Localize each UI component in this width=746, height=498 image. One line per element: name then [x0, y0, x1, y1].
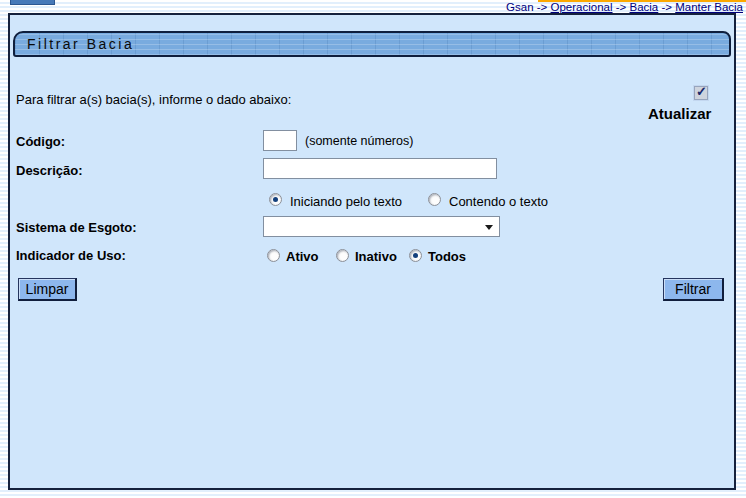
atualizar-checkbox[interactable] [694, 86, 708, 100]
page: { "breadcrumb": { "root": "Gsan", "sep":… [0, 0, 746, 498]
breadcrumb: Gsan -> Operacional -> Bacia -> Manter B… [506, 1, 743, 13]
indicador-uso-label: Indicador de Uso: [16, 248, 126, 263]
radio-contendo-o-texto[interactable] [428, 193, 441, 206]
breadcrumb-link-bacia[interactable]: Bacia [630, 1, 659, 13]
codigo-label: Código: [16, 134, 65, 149]
codigo-input[interactable] [263, 130, 297, 151]
breadcrumb-separator: -> [661, 1, 672, 13]
check-icon [696, 84, 707, 99]
intro-text: Para filtrar a(s) bacia(s), informe o da… [16, 92, 291, 107]
sistema-esgoto-label: Sistema de Esgoto: [16, 220, 137, 235]
filtrar-button[interactable]: Filtrar [663, 278, 724, 301]
radio-inativo[interactable] [336, 249, 349, 262]
radio-ativo[interactable] [267, 249, 280, 262]
breadcrumb-root[interactable]: Gsan [506, 1, 534, 13]
radio-iniciando-label: Iniciando pelo texto [290, 194, 402, 209]
descricao-input[interactable] [263, 158, 497, 179]
radio-contendo-label: Contendo o texto [449, 194, 548, 209]
radio-todos[interactable] [409, 249, 422, 262]
breadcrumb-link-manter-bacia[interactable]: Manter Bacia [675, 1, 743, 13]
sistema-esgoto-select[interactable] [263, 216, 500, 237]
breadcrumb-separator: -> [537, 1, 548, 13]
codigo-hint: (somente números) [305, 134, 413, 148]
radio-ativo-label: Ativo [286, 249, 319, 264]
descricao-label: Descrição: [16, 163, 82, 178]
atualizar-label: Atualizar [648, 105, 711, 122]
page-title: Filtrar Bacia [27, 36, 134, 52]
radio-inativo-label: Inativo [355, 249, 397, 264]
radio-todos-label: Todos [428, 249, 466, 264]
breadcrumb-link-operacional[interactable]: Operacional [551, 1, 613, 13]
panel-titlebar: Filtrar Bacia [13, 31, 731, 57]
radio-iniciando-pelo-texto[interactable] [269, 193, 282, 206]
chevron-down-icon [485, 225, 493, 230]
breadcrumb-separator: -> [616, 1, 627, 13]
filter-panel: Filtrar Bacia Para filtrar a(s) bacia(s)… [8, 13, 736, 490]
cutoff-top-tab [10, 0, 55, 5]
limpar-button[interactable]: Limpar [18, 278, 77, 301]
